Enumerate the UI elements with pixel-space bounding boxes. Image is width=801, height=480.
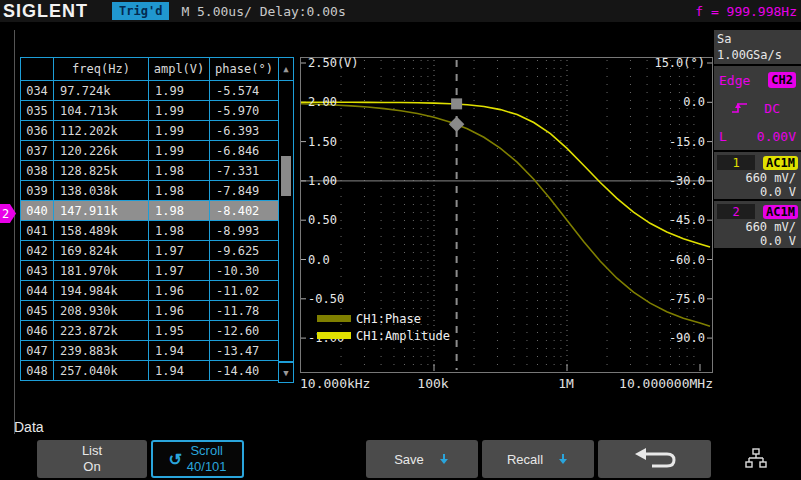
table-cell: 223.872k [54,321,149,341]
table-cell: 1.94 [149,361,210,381]
table-cell: -11.02 [210,281,279,301]
utility-menu-button[interactable] [744,448,768,474]
table-cell: 1.99 [149,141,210,161]
table-cell: 1.98 [149,201,210,221]
table-row[interactable]: 044194.984k1.96-11.02 [21,281,279,301]
right-axis-label: -15.0 [669,136,705,148]
save-button[interactable]: Save [366,440,478,478]
table-cell: -8.993 [210,221,279,241]
sample-rate: Sa 1.00GSa/s [717,31,798,63]
right-axis-label: -75.0 [669,293,705,305]
table-row[interactable]: 036112.202k1.99-6.393 [21,121,279,141]
chart-legend: CH1:PhaseCH1:Amplitude [317,310,450,344]
delay-value: Delay:0.00s [260,4,346,19]
back-return-icon [632,446,678,472]
table-cell: 239.883k [54,341,149,361]
channel-2-info-box[interactable]: 2 AC1M 660 mV/ 0.0 V [714,201,801,248]
legend-swatch [317,315,351,322]
table-cell: 045 [21,301,54,321]
siglent-logo: SIGLENT [3,1,88,22]
table-scrollbar: ▲ ▼ [278,57,294,383]
table-cell: 043 [21,261,54,281]
left-axis-label: 0.0 [308,254,330,266]
table-cell: 158.489k [54,221,149,241]
table-cell: -7.331 [210,161,279,181]
series-curve-ch1-phase [301,104,710,326]
table-row[interactable]: 03497.724k1.99-5.574 [21,81,279,101]
table-cell: -6.846 [210,141,279,161]
table-cell: 1.98 [149,181,210,201]
acquisition-info-box: Sa 1.00GSa/s Curr 70.0kpts [714,30,801,64]
table-row[interactable]: 043181.970k1.97-10.30 [21,261,279,281]
table-cell: 169.824k [54,241,149,261]
save-button-label: Save [394,452,424,467]
table-row[interactable]: 045208.930k1.96-11.78 [21,301,279,321]
table-column-header [21,58,54,81]
table-cell: 147.911k [54,201,149,221]
series-curve-ch1-amplitude [301,102,710,247]
table-row[interactable]: 048257.040k1.94-14.40 [21,361,279,381]
table-row[interactable]: 040147.911k1.98-8.402 [21,201,279,221]
table-row[interactable]: 039138.038k1.98-7.849 [21,181,279,201]
table-cell: 97.724k [54,81,149,101]
amplitude-cursor-marker[interactable] [451,98,462,109]
trigger-info-box[interactable]: Edge CH2 DC L 0.00V [714,66,801,150]
x-axis-label: 10.000000MHz [619,376,713,391]
table-row[interactable]: 035104.713k1.99-5.970 [21,101,279,121]
table-cell: 1.98 [149,161,210,181]
channel-2-number: 2 [717,204,755,219]
table-cell: -8.402 [210,201,279,221]
legend-label: CH1:Phase [356,312,421,326]
scroll-up-icon[interactable]: ▲ [278,57,294,81]
table-cell: 037 [21,141,54,161]
scroll-rotate-icon: ↺ [168,450,181,469]
table-cell: 040 [21,201,54,221]
table-row[interactable]: 046223.872k1.95-12.60 [21,321,279,341]
right-axis-label: 0.0 [683,96,705,108]
table-cell: -12.60 [210,321,279,341]
left-axis-label: 2.50(V) [308,57,359,69]
table-cell: 104.713k [54,101,149,121]
channel-1-info-box[interactable]: 1 AC1M 660 mV/ 0.0 V [714,152,801,199]
table-cell: 257.040k [54,361,149,381]
table-cell: 041 [21,221,54,241]
left-axis-label: 1.00 [308,175,337,187]
frequency-table: freq(Hz)ampl(V)phase(°) 03497.724k1.99-5… [20,57,279,381]
table-cell: 048 [21,361,54,381]
table-row[interactable]: 038128.825k1.98-7.331 [21,161,279,181]
phase-cursor-marker[interactable] [449,117,465,133]
table-row[interactable]: 041158.489k1.98-8.993 [21,221,279,241]
table-cell: 038 [21,161,54,181]
table-cell: 047 [21,341,54,361]
recall-button[interactable]: Recall [482,440,594,478]
table-cell: -9.625 [210,241,279,261]
table-cell: 1.96 [149,281,210,301]
table-row[interactable]: 047239.883k1.94-13.47 [21,341,279,361]
bode-data-table: freq(Hz)ampl(V)phase(°) 03497.724k1.99-5… [20,57,294,383]
timebase-value: M 5.00us/ [181,4,251,19]
x-axis-label: 100k [417,376,448,391]
table-cell: -10.30 [210,261,279,281]
table-cell: 1.98 [149,221,210,241]
legend-label: CH1:Amplitude [356,329,450,343]
scroll-button[interactable]: ↺ Scroll 40/101 [151,440,244,478]
channel-1-coupling-badge: AC1M [763,156,798,170]
table-row[interactable]: 037120.226k1.99-6.846 [21,141,279,161]
timebase-readout: M 5.00us/ Delay:0.00s [181,4,345,19]
legend-swatch [317,332,351,339]
left-axis-label: 0.50 [308,214,337,226]
table-cell: -5.970 [210,101,279,121]
table-cell: 1.96 [149,301,210,321]
frequency-counter: f = 999.998Hz [695,4,797,19]
scrollbar-thumb[interactable] [281,156,291,196]
scroll-down-icon[interactable]: ▼ [278,362,294,383]
save-dropdown-icon [438,453,450,465]
legend-item: CH1:Amplitude [317,327,450,344]
back-button[interactable] [598,440,711,478]
table-cell: 036 [21,121,54,141]
list-on-button[interactable]: List On [37,440,147,478]
right-axis-label: -90.0 [669,332,705,344]
trigger-marker-label: 2 [2,207,9,221]
table-row[interactable]: 042169.824k1.97-9.625 [21,241,279,261]
scrollbar-track[interactable] [278,80,294,362]
